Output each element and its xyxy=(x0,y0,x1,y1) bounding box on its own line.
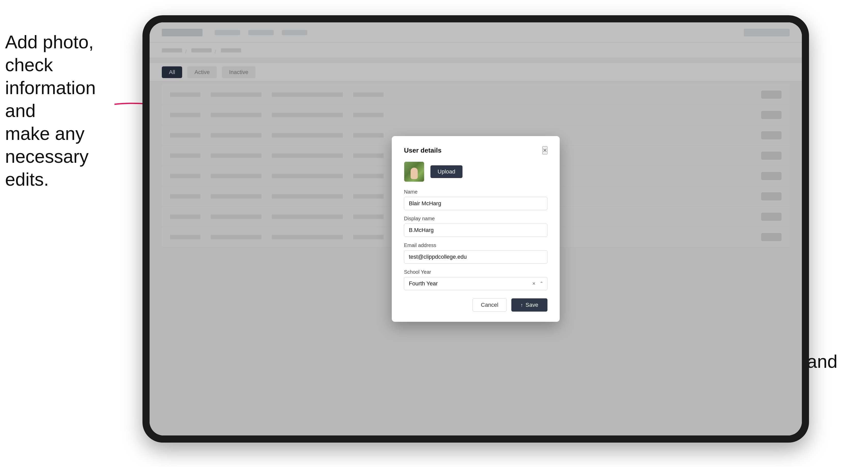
name-input[interactable] xyxy=(404,197,548,210)
email-field-group: Email address xyxy=(404,242,548,263)
name-field-group: Name xyxy=(404,189,548,210)
display-name-label: Display name xyxy=(404,216,548,222)
photo-thumbnail xyxy=(404,161,424,182)
email-label: Email address xyxy=(404,242,548,248)
photo-upload-row: Upload xyxy=(404,161,548,182)
upload-button[interactable]: Upload xyxy=(430,165,463,178)
annotation-left-line2: information and xyxy=(5,77,96,121)
annotation-left-line1: Add photo, check xyxy=(5,32,94,75)
modal-footer: Cancel ↑ Save xyxy=(404,299,548,312)
clear-school-year-button[interactable]: × xyxy=(531,279,536,288)
annotation-left-line3: make any xyxy=(5,123,85,144)
tablet-screen: / / All Active Inactive xyxy=(150,22,802,435)
user-details-modal: User details × Upload Name Dis xyxy=(392,136,560,322)
school-year-input[interactable] xyxy=(404,277,548,290)
photo-image xyxy=(404,162,424,182)
annotation-left-line4: necessary edits. xyxy=(5,146,89,189)
close-button[interactable]: × xyxy=(542,146,548,154)
school-year-dropdown-button[interactable]: ⌃ xyxy=(538,280,545,287)
school-year-label: School Year xyxy=(404,269,548,275)
display-name-input[interactable] xyxy=(404,224,548,237)
modal-overlay: User details × Upload Name Dis xyxy=(150,22,802,435)
email-input[interactable] xyxy=(404,250,548,263)
name-label: Name xyxy=(404,189,548,195)
save-button[interactable]: ↑ Save xyxy=(512,299,548,312)
save-icon: ↑ xyxy=(521,302,523,308)
school-year-wrapper: × ⌃ xyxy=(404,277,548,290)
school-year-field-group: School Year × ⌃ xyxy=(404,269,548,290)
tablet-frame: / / All Active Inactive xyxy=(143,15,809,443)
cancel-button[interactable]: Cancel xyxy=(472,299,506,312)
annotation-left: Add photo, check information and make an… xyxy=(5,31,122,191)
save-label: Save xyxy=(526,302,538,308)
modal-title: User details xyxy=(404,147,441,154)
display-name-field-group: Display name xyxy=(404,216,548,237)
school-year-controls: × ⌃ xyxy=(531,279,545,288)
modal-header: User details × xyxy=(404,146,548,154)
